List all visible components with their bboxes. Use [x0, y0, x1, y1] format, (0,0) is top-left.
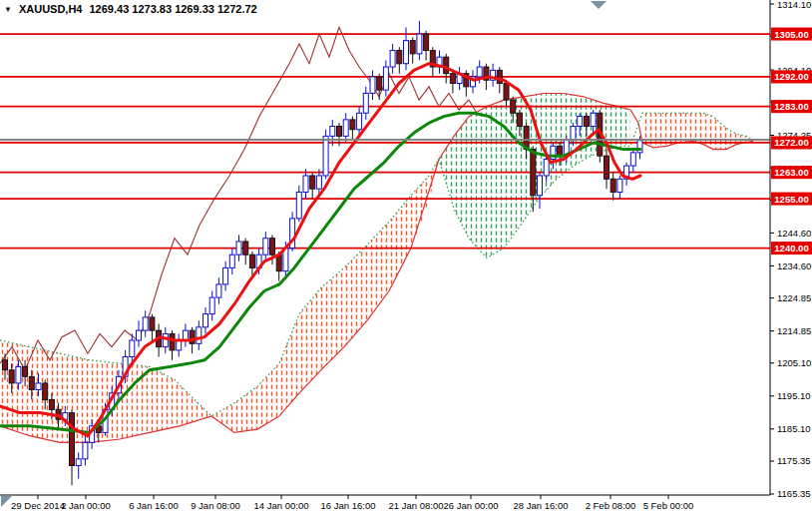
bear-candle: [310, 176, 315, 189]
bear-candle: [450, 74, 455, 84]
bull-candle: [36, 383, 41, 390]
price-tick-label: 1214.85: [777, 325, 811, 336]
bull-candle: [83, 442, 88, 459]
symbol-dropdown-icon[interactable]: ▼: [4, 4, 12, 15]
bull-candle: [417, 34, 422, 54]
bear-candle: [605, 156, 609, 179]
price-level-label: 1240.00: [774, 243, 808, 254]
bull-candle: [323, 136, 328, 176]
bear-candle: [270, 239, 275, 256]
bear-candle: [70, 413, 75, 466]
bear-candle: [558, 146, 563, 156]
bear-candle: [504, 84, 509, 101]
bull-candle: [163, 333, 168, 346]
bear-candle: [29, 376, 34, 389]
bull-candle: [223, 267, 228, 284]
bear-candle: [170, 333, 175, 350]
price-level-label: 1283.00: [774, 101, 808, 112]
bear-candle: [410, 41, 415, 54]
bull-candle: [571, 126, 576, 139]
bull-candle: [216, 284, 221, 297]
bull-candle: [130, 340, 135, 357]
price-level-label: 1255.00: [774, 194, 808, 205]
chart-window: 1314.101304.351294.101284.351274.251264.…: [0, 0, 812, 515]
price-level-labels: 1305.001292.001283.001272.001263.001255.…: [771, 28, 812, 256]
bull-candle: [263, 239, 268, 256]
bull-candle: [617, 179, 622, 192]
time-axis-label: 21 Jan 08:00: [389, 500, 444, 511]
bull-candle: [330, 126, 335, 136]
cloud-area: [211, 160, 439, 433]
bull-candle: [303, 176, 308, 193]
price-level-label: 1272.00: [774, 137, 808, 148]
chart-ohlc-values: 1269.43 1273.83 1269.33 1272.72: [90, 3, 257, 15]
price-chart[interactable]: 1314.101304.351294.101284.351274.251264.…: [0, 0, 812, 515]
bear-candle: [243, 242, 248, 255]
time-axis-label: 6 Jan 16:00: [129, 500, 179, 511]
bull-candle: [544, 159, 549, 176]
price-tick-label: 1175.35: [777, 455, 811, 466]
time-axis-label: 14 Jan 00:00: [254, 500, 309, 511]
bull-candle: [236, 242, 241, 255]
bear-candle: [43, 383, 48, 400]
chart-shift-icon[interactable]: [591, 1, 607, 9]
bull-candle: [343, 120, 348, 137]
time-axis-label: 2 Feb 08:00: [586, 500, 636, 511]
bear-candle: [497, 70, 502, 83]
bull-candle: [197, 327, 202, 344]
time-axis-label: 2 Jan 00:00: [61, 500, 111, 511]
bear-candle: [9, 370, 14, 383]
bear-candle: [610, 179, 615, 192]
price-level-label: 1263.00: [774, 167, 808, 178]
price-tick-label: 1234.60: [777, 260, 811, 271]
bull-candle: [16, 366, 21, 383]
bull-candle: [143, 317, 148, 330]
time-axis-label: 28 Jan 16:00: [514, 500, 569, 511]
bull-candle: [538, 176, 543, 196]
bull-candle: [477, 67, 482, 77]
time-axis[interactable]: 29 Dec 20142 Jan 00:006 Jan 16:009 Jan 0…: [11, 495, 693, 511]
bear-candle: [337, 126, 342, 136]
price-tick-label: 1195.10: [777, 390, 811, 401]
bull-candle: [630, 153, 635, 166]
price-tick-label: 1205.10: [777, 357, 811, 368]
price-tick-label: 1314.10: [777, 0, 811, 10]
bear-candle: [444, 57, 449, 74]
time-axis-label: 29 Dec 2014: [11, 500, 65, 511]
bull-candle: [591, 113, 596, 126]
bear-candle: [511, 100, 516, 113]
bull-candle: [203, 314, 208, 327]
bear-candle: [249, 255, 254, 267]
bull-candle: [370, 77, 375, 94]
bear-candle: [350, 120, 355, 130]
price-tick-label: 1244.60: [777, 228, 811, 239]
bear-candle: [23, 366, 28, 376]
bull-candle: [578, 117, 583, 127]
bear-candle: [584, 117, 589, 127]
bull-candle: [76, 459, 81, 466]
bull-candle: [137, 330, 142, 340]
chart-symbol-period: XAUUSD,H4: [19, 3, 83, 15]
bull-candle: [316, 176, 321, 189]
bear-candle: [397, 51, 402, 64]
time-axis-label: 16 Jan 16:00: [321, 500, 376, 511]
bull-candle: [296, 192, 301, 218]
bull-candle: [357, 113, 362, 130]
bull-candle: [363, 93, 368, 113]
bear-candle: [377, 77, 382, 90]
price-tick-label: 1165.35: [777, 488, 811, 499]
bear-candle: [424, 34, 429, 51]
price-level-label: 1305.00: [774, 29, 808, 40]
bear-candle: [517, 113, 522, 126]
price-level-label: 1292.00: [774, 71, 808, 82]
price-tick-label: 1224.85: [777, 292, 811, 303]
time-axis-label: 5 Feb 00:00: [643, 500, 694, 511]
bull-candle: [229, 255, 234, 267]
bull-candle: [209, 297, 214, 314]
bull-candle: [404, 41, 409, 64]
bear-candle: [150, 317, 155, 330]
bear-candle: [3, 360, 8, 370]
bear-candle: [49, 399, 54, 409]
bull-candle: [390, 51, 395, 68]
bull-candle: [383, 67, 388, 90]
